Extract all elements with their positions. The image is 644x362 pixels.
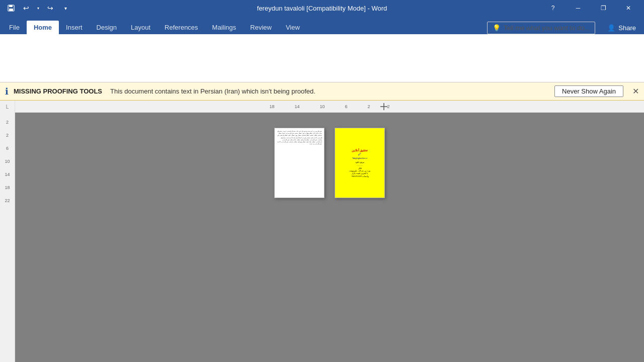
ad-icon: 🖊 [358,153,361,156]
close-button[interactable]: ✕ [617,0,640,16]
ruler-num-2b: 2 [387,104,390,109]
tab-layout[interactable]: Layout [124,21,157,34]
help-button[interactable]: ? [541,0,565,16]
canvas-area: متن فارسی در این سند وجود دارد این یک سن… [15,113,644,362]
title-bar: ↩ ▾ ↪ ▾ fereydun tavaloli [Compatibility… [0,0,644,16]
vertical-ruler: 2 2 6 10 14 18 22 [0,113,15,362]
tab-file[interactable]: File [2,21,27,34]
vruler-2b: 2 [6,133,9,138]
info-icon: ℹ [5,86,9,97]
share-label: Share [618,24,636,32]
undo-button[interactable]: ↩ [19,1,33,15]
ribbon-tabs: File Home Insert Design Layout Reference… [0,16,644,34]
notification-bold-text: MISSING PROOFING TOOLS [14,87,102,95]
vruler-14: 14 [5,172,10,177]
ad-formats: ورد-پی دی اف - پاورپوینت [349,170,370,172]
document-page-1[interactable]: متن فارسی در این سند وجود دارد این یک سن… [274,128,325,198]
workspace: 2 2 6 10 14 18 22 متن فارسی در این سند و… [0,113,644,362]
ruler-num-6: 6 [345,104,348,109]
share-button[interactable]: 👤 Share [601,22,642,34]
vruler-10: 10 [5,159,10,164]
quick-access-toolbar: ↩ ▾ ↪ ▾ [4,1,72,15]
ribbon-right: 💡 Tell me what you want to do... 👤 Share [487,22,642,34]
tell-me-input[interactable]: 💡 Tell me what you want to do... [487,22,595,34]
vruler-6: 6 [6,146,9,151]
ad-site: Tahghighonline.ir [352,157,367,159]
ad-file: فایل [358,167,362,169]
ad-dashes: - - - - - [357,164,362,166]
svg-rect-1 [9,9,13,11]
ribbon-content [0,34,644,82]
notification-bar: ℹ MISSING PROOFING TOOLS This document c… [0,82,644,101]
page-2-ad-content: تحقیق آنلاین 🖊 Tahghighonline.ir مرجع دا… [335,128,384,198]
customize-button[interactable]: ▾ [58,1,72,15]
ribbon: File Home Insert Design Layout Reference… [0,16,644,82]
ad-title: تحقیق آنلاین [352,148,368,152]
tab-design[interactable]: Design [90,21,124,34]
tab-review[interactable]: Review [243,21,279,34]
v-ruler-numbers: 2 2 6 10 14 18 22 [5,120,10,203]
ruler-num-10: 10 [319,104,325,109]
notification-body-text: This document contains text in Persian (… [110,87,315,95]
notification-close-button[interactable]: ✕ [632,86,639,96]
lightbulb-icon: 💡 [493,24,501,32]
tab-view[interactable]: View [279,21,307,34]
vruler-22: 22 [5,198,10,203]
save-button[interactable] [4,1,18,15]
tab-insert[interactable]: Insert [59,21,90,34]
tab-references[interactable]: References [157,21,205,34]
minimize-button[interactable]: ─ [567,0,590,16]
svg-rect-2 [9,5,13,7]
share-icon: 👤 [607,24,615,32]
horizontal-ruler: 18 14 10 6 2 2 [15,101,644,112]
ruler-num-14: 14 [294,104,299,109]
ruler-num-18: 18 [269,104,274,109]
ruler-area: L 18 14 10 6 2 2 [0,101,644,113]
page-1-content: متن فارسی در این سند وجود دارد این یک سن… [275,128,324,147]
ruler-cross-icon [380,103,387,110]
restore-button[interactable]: ❐ [592,0,615,16]
tell-me-label: Tell me what you want to do... [504,24,590,32]
vruler-2: 2 [6,120,9,125]
ad-ref-text: مرجع دانلود [355,161,364,163]
undo-dropdown[interactable]: ▾ [34,1,42,15]
ruler-corner[interactable]: L [0,101,15,113]
redo-button[interactable]: ↪ [43,1,57,15]
window-controls: ? ─ ❐ ✕ [541,0,640,16]
ad-phone: واتساپ ۰۹۹۸۱۳۶۶۶۲۴ [351,175,369,177]
ruler-num-2: 2 [368,104,370,109]
tab-mailings[interactable]: Mailings [205,21,244,34]
ad-price: با کمترین قیمت بازار [352,172,368,174]
tab-home[interactable]: Home [27,21,59,34]
never-show-again-button[interactable]: Never Show Again [554,85,623,97]
vruler-18: 18 [5,185,10,190]
document-page-2[interactable]: تحقیق آنلاین 🖊 Tahghighonline.ir مرجع دا… [335,128,385,198]
ruler-numbers: 18 14 10 6 2 2 [15,103,644,110]
